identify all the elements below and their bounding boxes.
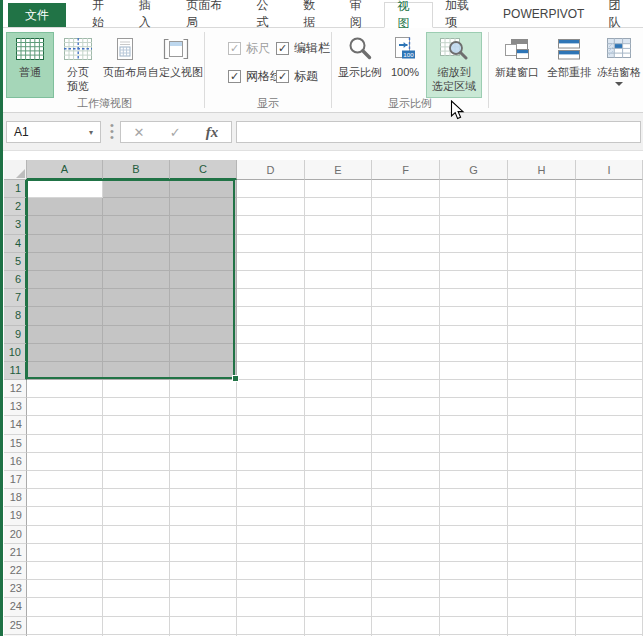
cancel-icon[interactable]: ✕ — [134, 125, 145, 140]
tab-page-layout[interactable]: 页面布局 — [173, 0, 244, 27]
page-break-preview-button[interactable]: 分页 预览 — [56, 32, 100, 98]
grid-cell-A24[interactable] — [27, 598, 103, 616]
grid-cell-C17[interactable] — [170, 471, 237, 489]
grid-cell-E5[interactable] — [305, 253, 372, 271]
grid-cell-A23[interactable] — [27, 580, 103, 598]
grid-cell-B1[interactable] — [103, 180, 170, 198]
grid-cell-I18[interactable] — [576, 489, 643, 507]
grid-cell-D16[interactable] — [237, 453, 305, 471]
zoom-button[interactable]: 显示比例 — [335, 32, 385, 98]
row-header-2[interactable]: 2 — [4, 198, 27, 216]
grid-cell-D21[interactable] — [237, 544, 305, 562]
grid-cell-A16[interactable] — [27, 453, 103, 471]
grid-cell-D3[interactable] — [237, 216, 305, 234]
grid-cell-H11[interactable] — [508, 362, 576, 380]
grid-cell-I7[interactable] — [576, 289, 643, 307]
arrange-all-button[interactable]: 全部重排 — [544, 32, 594, 98]
grid-cell-D24[interactable] — [237, 598, 305, 616]
row-header-24[interactable]: 24 — [4, 598, 27, 616]
grid-cell-B20[interactable] — [103, 526, 170, 544]
row-header-23[interactable]: 23 — [4, 580, 27, 598]
grid-cell-G7[interactable] — [440, 289, 508, 307]
grid-cell-A9[interactable] — [27, 326, 103, 344]
grid-cell-H19[interactable] — [508, 507, 576, 525]
grid-cell-G22[interactable] — [440, 562, 508, 580]
grid-cell-I11[interactable] — [576, 362, 643, 380]
grid-cell-E1[interactable] — [305, 180, 372, 198]
grid-cell-F22[interactable] — [372, 562, 440, 580]
grid-cell-A21[interactable] — [27, 544, 103, 562]
grid-cell-I23[interactable] — [576, 580, 643, 598]
row-header-12[interactable]: 12 — [4, 380, 27, 398]
grid-cell-F4[interactable] — [372, 235, 440, 253]
formula-input[interactable] — [236, 121, 641, 143]
grid-cell-G8[interactable] — [440, 307, 508, 325]
grid-cell-E22[interactable] — [305, 562, 372, 580]
grid-cell-F11[interactable] — [372, 362, 440, 380]
tab-review[interactable]: 审阅 — [338, 0, 385, 27]
grid-cell-C13[interactable] — [170, 398, 237, 416]
grid-cell-E24[interactable] — [305, 598, 372, 616]
grid-cell-H17[interactable] — [508, 471, 576, 489]
grid-cell-F23[interactable] — [372, 580, 440, 598]
grid-cell-D15[interactable] — [237, 435, 305, 453]
zoom-100-button[interactable]: 100 100% — [386, 32, 424, 98]
grid-cell-H9[interactable] — [508, 326, 576, 344]
row-header-13[interactable]: 13 — [4, 398, 27, 416]
grid-cell-G2[interactable] — [440, 198, 508, 216]
grid-cell-A20[interactable] — [27, 526, 103, 544]
grid-cell-D19[interactable] — [237, 507, 305, 525]
grid-cell-E16[interactable] — [305, 453, 372, 471]
column-header-C[interactable]: C — [170, 160, 237, 180]
grid-cell-D23[interactable] — [237, 580, 305, 598]
grid-cell-H21[interactable] — [508, 544, 576, 562]
grid-cell-B14[interactable] — [103, 416, 170, 434]
grid-cell-C14[interactable] — [170, 416, 237, 434]
row-header-25[interactable]: 25 — [4, 617, 27, 635]
column-header-F[interactable]: F — [372, 160, 440, 180]
grid-cell-B19[interactable] — [103, 507, 170, 525]
grid-cell-I6[interactable] — [576, 271, 643, 289]
grid-cell-F12[interactable] — [372, 380, 440, 398]
grid-cell-H6[interactable] — [508, 271, 576, 289]
grid-cell-B8[interactable] — [103, 307, 170, 325]
grid-cell-C4[interactable] — [170, 235, 237, 253]
grid-cell-H16[interactable] — [508, 453, 576, 471]
grid-cell-H13[interactable] — [508, 398, 576, 416]
grid-cell-F15[interactable] — [372, 435, 440, 453]
grid-cell-A18[interactable] — [27, 489, 103, 507]
grid-cell-H14[interactable] — [508, 416, 576, 434]
grid-cell-G14[interactable] — [440, 416, 508, 434]
ruler-checkbox[interactable]: ✓ 标尺 — [228, 40, 270, 57]
grid-cell-G11[interactable] — [440, 362, 508, 380]
grid-cell-I1[interactable] — [576, 180, 643, 198]
grid-cell-G12[interactable] — [440, 380, 508, 398]
grid-cell-G4[interactable] — [440, 235, 508, 253]
tab-data[interactable]: 数据 — [291, 0, 338, 27]
grid-cell-B17[interactable] — [103, 471, 170, 489]
grid-cell-I20[interactable] — [576, 526, 643, 544]
grid-cell-G18[interactable] — [440, 489, 508, 507]
grid-cell-F1[interactable] — [372, 180, 440, 198]
grid-cell-H24[interactable] — [508, 598, 576, 616]
column-header-E[interactable]: E — [305, 160, 372, 180]
row-header-22[interactable]: 22 — [4, 562, 27, 580]
tab-home[interactable]: 开始 — [80, 0, 127, 27]
grid-cell-E20[interactable] — [305, 526, 372, 544]
row-header-7[interactable]: 7 — [4, 289, 27, 307]
grid-cell-D17[interactable] — [237, 471, 305, 489]
grid-cell-C7[interactable] — [170, 289, 237, 307]
grid-cell-I5[interactable] — [576, 253, 643, 271]
tab-team[interactable]: 团队 — [596, 0, 643, 27]
grid-cell-B3[interactable] — [103, 216, 170, 234]
grid-cell-F20[interactable] — [372, 526, 440, 544]
grid-cell-A2[interactable] — [27, 198, 103, 216]
grid-cell-B25[interactable] — [103, 617, 170, 635]
select-all-corner[interactable] — [4, 160, 27, 180]
grid-cell-I12[interactable] — [576, 380, 643, 398]
grid-cell-C8[interactable] — [170, 307, 237, 325]
grid-cell-A12[interactable] — [27, 380, 103, 398]
grid-cell-H7[interactable] — [508, 289, 576, 307]
grid-cell-C19[interactable] — [170, 507, 237, 525]
name-box[interactable]: A1 ▾ — [6, 121, 101, 143]
